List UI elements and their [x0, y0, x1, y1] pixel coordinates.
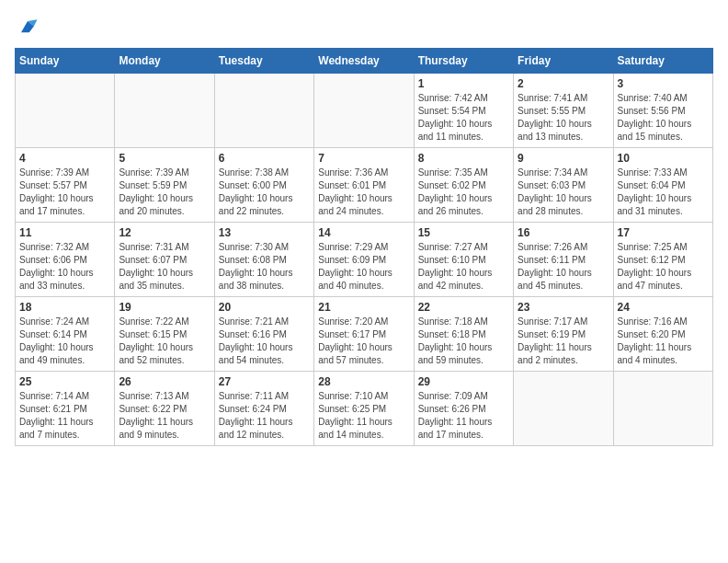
day-info: Sunrise: 7:22 AM Sunset: 6:15 PM Dayligh…: [119, 316, 210, 367]
day-info: Sunrise: 7:21 AM Sunset: 6:16 PM Dayligh…: [219, 316, 310, 367]
calendar-cell: [314, 74, 414, 148]
day-info: Sunrise: 7:34 AM Sunset: 6:03 PM Dayligh…: [518, 167, 609, 218]
weekday-header-tuesday: Tuesday: [214, 49, 313, 74]
calendar-cell: 1Sunrise: 7:42 AM Sunset: 5:54 PM Daylig…: [414, 74, 513, 148]
day-info: Sunrise: 7:36 AM Sunset: 6:01 PM Dayligh…: [318, 167, 409, 218]
calendar-cell: 12Sunrise: 7:31 AM Sunset: 6:07 PM Dayli…: [115, 223, 214, 297]
day-number: 18: [19, 301, 110, 314]
calendar-week-row: 18Sunrise: 7:24 AM Sunset: 6:14 PM Dayli…: [16, 297, 713, 372]
calendar-cell: 16Sunrise: 7:26 AM Sunset: 6:11 PM Dayli…: [514, 223, 613, 297]
day-number: 25: [19, 375, 110, 388]
calendar-cell: 18Sunrise: 7:24 AM Sunset: 6:14 PM Dayli…: [16, 297, 115, 372]
day-info: Sunrise: 7:30 AM Sunset: 6:08 PM Dayligh…: [219, 241, 310, 293]
day-number: 22: [418, 301, 509, 314]
day-info: Sunrise: 7:10 AM Sunset: 6:25 PM Dayligh…: [318, 390, 409, 442]
calendar-cell: 14Sunrise: 7:29 AM Sunset: 6:09 PM Dayli…: [314, 223, 414, 297]
weekday-header-wednesday: Wednesday: [314, 49, 414, 74]
day-info: Sunrise: 7:38 AM Sunset: 6:00 PM Dayligh…: [219, 167, 310, 218]
calendar-week-row: 4Sunrise: 7:39 AM Sunset: 5:57 PM Daylig…: [16, 148, 713, 223]
day-number: 14: [318, 226, 409, 239]
day-number: 7: [318, 152, 409, 165]
calendar-cell: 22Sunrise: 7:18 AM Sunset: 6:18 PM Dayli…: [414, 297, 513, 372]
day-number: 28: [318, 375, 409, 388]
day-info: Sunrise: 7:24 AM Sunset: 6:14 PM Dayligh…: [19, 316, 110, 367]
calendar-cell: 19Sunrise: 7:22 AM Sunset: 6:15 PM Dayli…: [115, 297, 214, 372]
day-info: Sunrise: 7:18 AM Sunset: 6:18 PM Dayligh…: [418, 316, 509, 367]
day-number: 20: [219, 301, 310, 314]
calendar-cell: 3Sunrise: 7:40 AM Sunset: 5:56 PM Daylig…: [613, 74, 712, 148]
calendar-cell: 27Sunrise: 7:11 AM Sunset: 6:24 PM Dayli…: [214, 372, 313, 446]
calendar-cell: 11Sunrise: 7:32 AM Sunset: 6:06 PM Dayli…: [16, 223, 115, 297]
day-number: 21: [318, 301, 409, 314]
day-info: Sunrise: 7:39 AM Sunset: 5:59 PM Dayligh…: [119, 167, 210, 218]
day-info: Sunrise: 7:33 AM Sunset: 6:04 PM Dayligh…: [618, 167, 709, 218]
calendar-table: SundayMondayTuesdayWednesdayThursdayFrid…: [15, 48, 713, 446]
day-info: Sunrise: 7:20 AM Sunset: 6:17 PM Dayligh…: [318, 316, 409, 367]
calendar-cell: 20Sunrise: 7:21 AM Sunset: 6:16 PM Dayli…: [214, 297, 313, 372]
day-number: 10: [618, 152, 709, 165]
day-number: 12: [119, 226, 210, 239]
calendar-cell: 15Sunrise: 7:27 AM Sunset: 6:10 PM Dayli…: [414, 223, 513, 297]
day-info: Sunrise: 7:11 AM Sunset: 6:24 PM Dayligh…: [219, 390, 310, 442]
calendar-cell: [214, 74, 313, 148]
calendar-cell: [115, 74, 214, 148]
day-info: Sunrise: 7:39 AM Sunset: 5:57 PM Dayligh…: [19, 167, 110, 218]
day-info: Sunrise: 7:09 AM Sunset: 6:26 PM Dayligh…: [418, 390, 509, 442]
calendar-cell: 9Sunrise: 7:34 AM Sunset: 6:03 PM Daylig…: [514, 148, 613, 223]
day-number: 6: [219, 152, 310, 165]
day-info: Sunrise: 7:27 AM Sunset: 6:10 PM Dayligh…: [418, 241, 509, 293]
weekday-header-sunday: Sunday: [16, 49, 115, 74]
calendar-cell: 29Sunrise: 7:09 AM Sunset: 6:26 PM Dayli…: [414, 372, 513, 446]
logo: [15, 15, 44, 40]
calendar-cell: 2Sunrise: 7:41 AM Sunset: 5:55 PM Daylig…: [514, 74, 613, 148]
calendar-cell: 10Sunrise: 7:33 AM Sunset: 6:04 PM Dayli…: [613, 148, 712, 223]
day-info: Sunrise: 7:14 AM Sunset: 6:21 PM Dayligh…: [19, 390, 110, 442]
day-info: Sunrise: 7:17 AM Sunset: 6:19 PM Dayligh…: [518, 316, 609, 367]
day-info: Sunrise: 7:42 AM Sunset: 5:54 PM Dayligh…: [418, 92, 509, 144]
calendar-cell: 7Sunrise: 7:36 AM Sunset: 6:01 PM Daylig…: [314, 148, 414, 223]
calendar-cell: 21Sunrise: 7:20 AM Sunset: 6:17 PM Dayli…: [314, 297, 414, 372]
calendar-cell: [613, 372, 712, 446]
day-number: 29: [418, 375, 509, 388]
day-number: 13: [219, 226, 310, 239]
calendar-week-row: 1Sunrise: 7:42 AM Sunset: 5:54 PM Daylig…: [16, 74, 713, 148]
calendar-cell: 23Sunrise: 7:17 AM Sunset: 6:19 PM Dayli…: [514, 297, 613, 372]
day-number: 11: [19, 226, 110, 239]
day-number: 24: [618, 301, 709, 314]
calendar-cell: 28Sunrise: 7:10 AM Sunset: 6:25 PM Dayli…: [314, 372, 414, 446]
calendar-cell: 25Sunrise: 7:14 AM Sunset: 6:21 PM Dayli…: [16, 372, 115, 446]
calendar-cell: 4Sunrise: 7:39 AM Sunset: 5:57 PM Daylig…: [16, 148, 115, 223]
day-number: 27: [219, 375, 310, 388]
day-info: Sunrise: 7:40 AM Sunset: 5:56 PM Dayligh…: [618, 92, 709, 144]
calendar-week-row: 11Sunrise: 7:32 AM Sunset: 6:06 PM Dayli…: [16, 223, 713, 297]
calendar-cell: 6Sunrise: 7:38 AM Sunset: 6:00 PM Daylig…: [214, 148, 313, 223]
calendar-cell: 5Sunrise: 7:39 AM Sunset: 5:59 PM Daylig…: [115, 148, 214, 223]
weekday-header-saturday: Saturday: [613, 49, 712, 74]
calendar-cell: 13Sunrise: 7:30 AM Sunset: 6:08 PM Dayli…: [214, 223, 313, 297]
calendar-cell: 17Sunrise: 7:25 AM Sunset: 6:12 PM Dayli…: [613, 223, 712, 297]
day-info: Sunrise: 7:32 AM Sunset: 6:06 PM Dayligh…: [19, 241, 110, 293]
day-number: 16: [518, 226, 609, 239]
day-number: 23: [518, 301, 609, 314]
day-info: Sunrise: 7:25 AM Sunset: 6:12 PM Dayligh…: [618, 241, 709, 293]
calendar-cell: 8Sunrise: 7:35 AM Sunset: 6:02 PM Daylig…: [414, 148, 513, 223]
calendar-week-row: 25Sunrise: 7:14 AM Sunset: 6:21 PM Dayli…: [16, 372, 713, 446]
day-info: Sunrise: 7:16 AM Sunset: 6:20 PM Dayligh…: [618, 316, 709, 367]
day-number: 4: [19, 152, 110, 165]
day-number: 17: [618, 226, 709, 239]
day-number: 26: [119, 375, 210, 388]
day-info: Sunrise: 7:35 AM Sunset: 6:02 PM Dayligh…: [418, 167, 509, 218]
logo-bird-icon: [15, 15, 40, 40]
weekday-header-friday: Friday: [514, 49, 613, 74]
day-info: Sunrise: 7:26 AM Sunset: 6:11 PM Dayligh…: [518, 241, 609, 293]
day-number: 2: [518, 77, 609, 90]
day-info: Sunrise: 7:29 AM Sunset: 6:09 PM Dayligh…: [318, 241, 409, 293]
calendar-cell: 26Sunrise: 7:13 AM Sunset: 6:22 PM Dayli…: [115, 372, 214, 446]
day-number: 9: [518, 152, 609, 165]
day-number: 8: [418, 152, 509, 165]
calendar-cell: [16, 74, 115, 148]
weekday-header-thursday: Thursday: [414, 49, 513, 74]
day-info: Sunrise: 7:13 AM Sunset: 6:22 PM Dayligh…: [119, 390, 210, 442]
day-info: Sunrise: 7:31 AM Sunset: 6:07 PM Dayligh…: [119, 241, 210, 293]
day-number: 19: [119, 301, 210, 314]
